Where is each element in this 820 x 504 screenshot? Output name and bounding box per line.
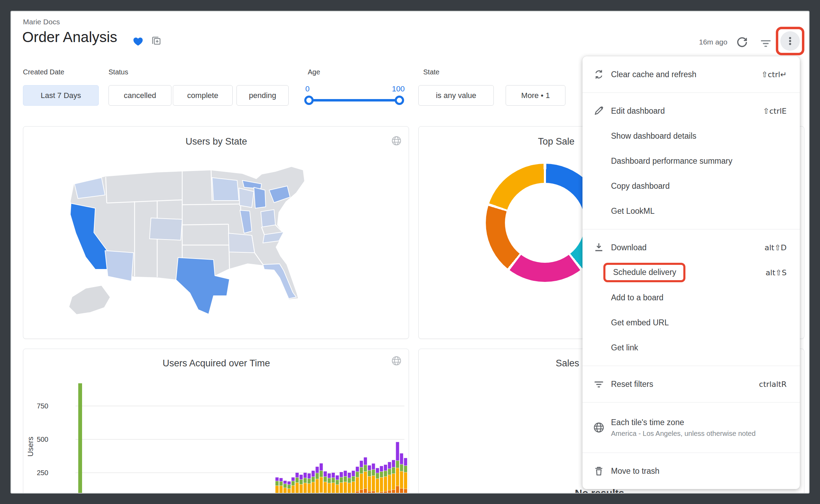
menu-item-sublabel: America - Los Angeles, unless otherwise … bbox=[611, 430, 756, 438]
age-slider-handle-min[interactable] bbox=[304, 96, 314, 105]
menu-item-copy-dashboard[interactable]: Copy dashboard bbox=[582, 173, 800, 198]
screenshot-frame: Marie Docs Order Analysis 16m ago Create… bbox=[0, 0, 820, 504]
menu-item-label: Show dashboard details bbox=[611, 131, 697, 141]
menu-item-label: Copy dashboard bbox=[611, 181, 670, 191]
menu-item-label: Edit dashboard bbox=[611, 106, 665, 116]
menu-item-shortcut: ⇧ctrlE bbox=[763, 107, 787, 115]
trash-icon bbox=[593, 465, 605, 477]
heart-icon[interactable] bbox=[132, 35, 144, 47]
menu-item-label: Get LookML bbox=[611, 206, 654, 216]
tile-title: Top Sale bbox=[538, 136, 574, 147]
filter-status-cancelled[interactable]: cancelled bbox=[108, 85, 171, 106]
menu-item-dashboard-performance-summary[interactable]: Dashboard performance summary bbox=[582, 148, 800, 173]
blank-icon bbox=[593, 267, 605, 278]
filter-label-state: State bbox=[423, 68, 440, 76]
tile-title: Users by State bbox=[23, 136, 409, 147]
menu-item-label: Clear cache and refresh bbox=[611, 70, 696, 79]
menu-item-clear-cache-and-refresh[interactable]: Clear cache and refresh⇧ctrl↵ bbox=[582, 62, 800, 87]
duplicate-dashboard-icon[interactable] bbox=[151, 35, 162, 46]
tile-users-acquired: Users Acquired over Time Users 250500750 bbox=[23, 349, 409, 493]
age-slider-min-value: 0 bbox=[305, 84, 309, 94]
filter-status-pending[interactable]: pending bbox=[236, 85, 289, 106]
tile-title: Sales bbox=[556, 358, 579, 369]
svg-text:500: 500 bbox=[37, 436, 48, 443]
context-menu: Clear cache and refresh⇧ctrl↵Edit dashbo… bbox=[582, 56, 800, 489]
menu-item-schedule-delivery[interactable]: Schedule deliveryalt⇧S bbox=[582, 260, 800, 285]
menu-item-shortcut: alt⇧D bbox=[764, 243, 787, 252]
menu-item-edit-dashboard[interactable]: Edit dashboard⇧ctrlE bbox=[582, 98, 800, 123]
page-title: Order Analysis bbox=[22, 29, 117, 46]
download-icon bbox=[593, 242, 605, 253]
menu-item-reset-filters[interactable]: Reset filtersctrlaltR bbox=[582, 372, 800, 397]
menu-item-show-dashboard-details[interactable]: Show dashboard details bbox=[582, 123, 800, 148]
us-choropleth-map[interactable] bbox=[48, 160, 395, 335]
menu-item-get-lookml[interactable]: Get LookML bbox=[582, 198, 800, 223]
filter-label-created-date: Created Date bbox=[23, 68, 64, 76]
more-vert-icon bbox=[785, 36, 795, 46]
stacked-bar-chart[interactable]: 250500750 bbox=[23, 349, 409, 493]
filter-state-value[interactable]: is any value bbox=[418, 85, 494, 106]
svg-text:750: 750 bbox=[37, 402, 48, 410]
filter-label-age: Age bbox=[308, 68, 320, 76]
menu-item-label: Add to a board bbox=[611, 293, 664, 302]
filter-status-complete[interactable]: complete bbox=[173, 85, 233, 106]
last-updated-text: 16m ago bbox=[699, 38, 727, 46]
menu-item-label: Move to trash bbox=[611, 466, 659, 476]
menu-item-get-link[interactable]: Get link bbox=[582, 335, 800, 360]
menu-item-label: Dashboard performance summary bbox=[611, 156, 732, 166]
pencil-icon bbox=[593, 105, 605, 117]
menu-item-label: Get embed URL bbox=[611, 318, 669, 327]
blank-icon bbox=[593, 155, 605, 167]
filter-created-date-value[interactable]: Last 7 Days bbox=[23, 85, 99, 106]
menu-item-shortcut: ⇧ctrl↵ bbox=[761, 70, 787, 79]
blank-icon bbox=[593, 292, 605, 303]
menu-item-shortcut: ctrlaltR bbox=[759, 380, 787, 389]
age-slider-track[interactable] bbox=[309, 99, 399, 101]
menu-item-label: Each tile's time zone bbox=[611, 418, 684, 427]
globe-icon bbox=[593, 422, 605, 433]
donut-hole bbox=[505, 183, 585, 263]
menu-item-move-to-trash[interactable]: Move to trash bbox=[582, 458, 800, 483]
filter-more-button[interactable]: More • 1 bbox=[506, 85, 565, 106]
menu-item-label: Reset filters bbox=[611, 380, 653, 389]
menu-item-each-tile-s-time-zone[interactable]: Each tile's time zoneAmerica - Los Angel… bbox=[582, 408, 800, 447]
age-slider-handle-max[interactable] bbox=[395, 96, 404, 105]
menu-item-label: Get link bbox=[611, 343, 638, 352]
dashboard-page: Marie Docs Order Analysis 16m ago Create… bbox=[11, 11, 809, 493]
menu-item-label annotation-box: Schedule delivery bbox=[603, 263, 685, 282]
breadcrumb[interactable]: Marie Docs bbox=[23, 18, 60, 26]
age-slider-max-value: 100 bbox=[392, 84, 405, 94]
tile-users-by-state: Users by State bbox=[23, 126, 409, 339]
blank-icon bbox=[593, 317, 605, 328]
menu-item-shortcut: alt⇧S bbox=[765, 268, 787, 277]
reload-icon[interactable] bbox=[735, 36, 748, 48]
filter-label-status: Status bbox=[108, 68, 128, 76]
svg-text:250: 250 bbox=[37, 469, 48, 477]
menu-item-add-to-a-board[interactable]: Add to a board bbox=[582, 285, 800, 310]
blank-icon bbox=[593, 342, 605, 353]
menu-item-label: Download bbox=[611, 243, 646, 252]
menu-item-download[interactable]: Downloadalt⇧D bbox=[582, 235, 800, 260]
cycle-icon bbox=[593, 68, 605, 80]
filter-icon[interactable] bbox=[759, 36, 772, 49]
blank-icon bbox=[593, 180, 605, 192]
globe-icon bbox=[391, 135, 402, 146]
more-vert-button[interactable] bbox=[780, 31, 800, 51]
blank-icon bbox=[593, 130, 605, 142]
filter-icon bbox=[593, 378, 605, 390]
menu-item-get-embed-url[interactable]: Get embed URL bbox=[582, 310, 800, 335]
blank-icon bbox=[593, 205, 605, 217]
